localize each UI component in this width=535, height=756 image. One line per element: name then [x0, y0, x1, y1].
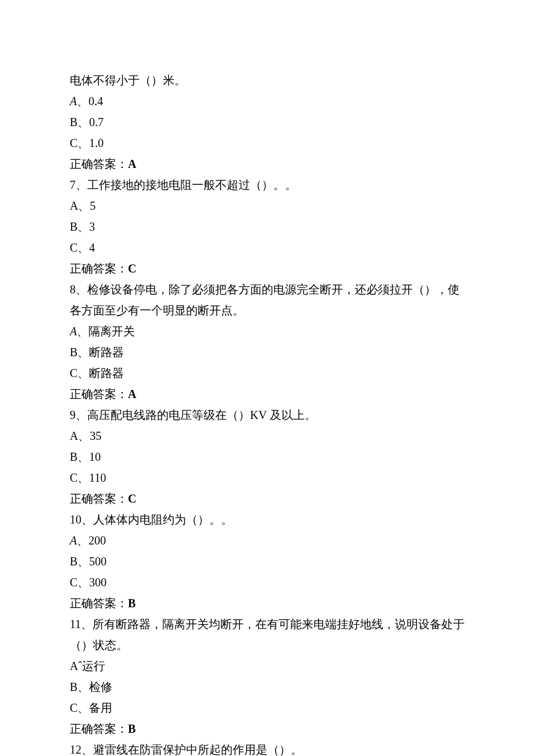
text-line: 正确答案：B: [70, 593, 465, 614]
answer-label: 正确答案：: [70, 262, 128, 275]
answer-label: 正确答案：: [70, 492, 128, 505]
text-line: 7、工作接地的接地电阻一般不超过（）。。: [70, 174, 465, 195]
answer-value: C: [128, 492, 136, 505]
answer-label: 正确答案：: [70, 722, 128, 735]
text-line: A、200: [70, 530, 465, 551]
answer-value: B: [128, 722, 135, 735]
text-line: B、3: [70, 216, 465, 237]
text-line: B、500: [70, 551, 465, 572]
option-text: 、0.4: [77, 95, 103, 108]
option-text: 、200: [77, 534, 106, 547]
text-line: C、断路器: [70, 363, 465, 384]
text-line: 9、高压配电线路的电压等级在（）KV 及以上。: [70, 404, 465, 425]
answer-label: 正确答案：: [70, 157, 128, 170]
text-line: B、检修: [70, 676, 465, 697]
text-line: C、300: [70, 572, 465, 593]
document-content: 电体不得小于（）米。A、0.4B、0.7C、1.0正确答案：A7、工作接地的接地…: [70, 70, 465, 756]
answer-label: 正确答案：: [70, 597, 128, 610]
answer-value: A: [128, 157, 136, 170]
text-line: 电体不得小于（）米。: [70, 70, 465, 91]
text-line: C、4: [70, 237, 465, 258]
option-text: 、隔离开关: [77, 325, 135, 338]
option-letter: A: [70, 95, 77, 108]
text-line: B、0.7: [70, 112, 465, 132]
text-line: Aˆ运行: [70, 655, 465, 676]
text-line: 正确答案：C: [70, 488, 465, 509]
text-line: A、隔离开关: [70, 321, 465, 342]
text-line: 8、检修设备停电，除了必须把各方面的电源完全断开，还必须拉开（），使各方面至少有…: [70, 279, 465, 321]
option-letter: A: [70, 325, 77, 338]
text-line: C、1.0: [70, 132, 465, 153]
text-line: 10、人体体内电阻约为（）。。: [70, 509, 465, 530]
text-line: 正确答案：A: [70, 384, 465, 404]
text-line: 正确答案：C: [70, 258, 465, 279]
text-line: 12、避雷线在防雷保护中所起的作用是（）。: [70, 739, 465, 756]
text-line: 11、所有断路器，隔离开关均断开，在有可能来电端挂好地线，说明设备处于（）状态。: [70, 614, 465, 655]
text-line: B、10: [70, 446, 465, 467]
answer-value: C: [128, 262, 136, 275]
text-line: C、110: [70, 467, 465, 488]
text-line: A、35: [70, 425, 465, 446]
text-line: 正确答案：A: [70, 153, 465, 174]
answer-value: A: [128, 388, 136, 400]
text-line: C、备用: [70, 697, 465, 718]
text-line: 正确答案：B: [70, 718, 465, 739]
answer-label: 正确答案：: [70, 388, 128, 400]
answer-value: B: [128, 597, 135, 610]
text-line: A、5: [70, 195, 465, 216]
text-line: A、0.4: [70, 91, 465, 112]
text-line: B、断路器: [70, 342, 465, 363]
option-letter: A: [70, 534, 77, 547]
